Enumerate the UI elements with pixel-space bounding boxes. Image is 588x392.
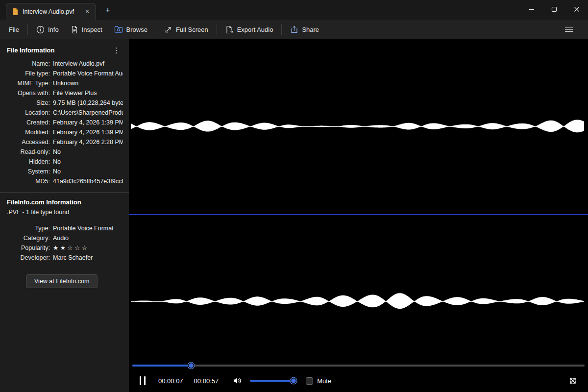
seek-slider[interactable] [132, 365, 585, 367]
info-row: Location:C:\Users\SharpenedProducti... [7, 108, 123, 118]
info-label: Created: [7, 118, 50, 127]
title-bar: Interview Audio.pvf ✕ + [0, 0, 588, 20]
info-row: Opens with:File Viewer Plus [7, 88, 123, 98]
info-label: Read-only: [7, 147, 50, 157]
info-value: 9.75 MB (10,228,264 bytes) [53, 98, 123, 108]
info-value: File Viewer Plus [53, 88, 123, 98]
mute-checkbox[interactable] [306, 377, 313, 385]
info-row: Accessed:February 4, 2026 2:28 PM [7, 137, 123, 147]
share-button[interactable]: Share [284, 22, 325, 37]
info-row: Size:9.75 MB (10,228,264 bytes) [7, 98, 123, 108]
info-row: Popularity:★ ★ ☆ ☆ ☆ [7, 243, 123, 253]
info-button[interactable]: Info [30, 22, 65, 37]
info-value: Portable Voice Format [53, 223, 123, 233]
sidebar-divider [0, 192, 129, 193]
pause-icon [140, 376, 141, 385]
info-label: Category: [7, 233, 50, 243]
info-row: Developer:Marc Schaefer [7, 253, 123, 263]
share-label: Share [302, 26, 319, 33]
volume-slider[interactable] [250, 380, 297, 382]
toolbar-separator [27, 24, 28, 35]
more-options-icon[interactable]: ⋮ [110, 46, 123, 55]
info-label: Hidden: [7, 157, 50, 167]
hamburger-icon [564, 26, 573, 33]
info-row: MIME Type:Unknown [7, 78, 123, 88]
file-menu-label: File [9, 26, 19, 33]
current-time: 00:00:07 [158, 377, 183, 385]
audio-viewer: 00:00:07 00:00:57 Mute [129, 39, 588, 392]
info-value: ★ ★ ☆ ☆ ☆ [53, 243, 123, 253]
view-at-fileinfo-button[interactable]: View at FileInfo.com [26, 274, 98, 288]
maximize-button[interactable] [543, 0, 565, 19]
info-value: February 4, 2026 1:39 PM [53, 118, 123, 127]
info-icon [36, 25, 45, 34]
info-label: System: [7, 167, 50, 176]
info-label: File type: [7, 69, 50, 78]
volume-thumb[interactable] [291, 378, 297, 384]
info-label: Developer: [7, 253, 50, 263]
info-row: Created:February 4, 2026 1:39 PM [7, 118, 123, 127]
export-audio-label: Export Audio [237, 26, 273, 33]
browse-folder-icon [114, 25, 123, 33]
file-information-title: File Information [7, 47, 55, 54]
full-screen-button[interactable]: Full Screen [159, 22, 214, 37]
info-value: C:\Users\SharpenedProducti... [53, 108, 123, 118]
inspect-button[interactable]: Inspect [65, 22, 108, 37]
seek-bar-row [129, 362, 588, 369]
info-value: No [53, 167, 123, 176]
tab-close-icon[interactable]: ✕ [83, 7, 92, 16]
info-label: Location: [7, 108, 50, 118]
new-tab-button[interactable]: + [102, 4, 114, 16]
tab-interview-audio[interactable]: Interview Audio.pvf ✕ [6, 3, 96, 20]
info-label: Name: [7, 59, 50, 69]
info-label: Modified: [7, 127, 50, 137]
info-value: No [53, 157, 123, 167]
info-row: MD5:41a9d3c265ffb457e3f9cc81c9... [7, 176, 123, 186]
menu-button[interactable] [559, 22, 579, 37]
info-label: Accessed: [7, 137, 50, 147]
export-audio-button[interactable]: Export Audio [220, 22, 279, 37]
file-menu-button[interactable]: File [3, 22, 25, 37]
pause-button[interactable] [138, 374, 147, 387]
volume-button[interactable] [231, 375, 243, 386]
share-icon [290, 25, 298, 34]
full-screen-icon [165, 25, 172, 33]
minimize-button[interactable] [520, 0, 543, 19]
file-type-found-text: .PVF - 1 file type found [7, 209, 123, 216]
info-value: Interview Audio.pvf [53, 59, 123, 69]
info-value: February 4, 2026 2:28 PM [53, 137, 123, 147]
info-row: Read-only:No [7, 147, 123, 157]
info-value: Audio [53, 233, 123, 243]
window-controls [520, 0, 588, 19]
browse-button[interactable]: Browse [108, 22, 153, 37]
info-row: System:No [7, 167, 123, 176]
app-window: Interview Audio.pvf ✕ + File [0, 0, 588, 392]
fileinfo-com-title: FileInfo.com Information [7, 198, 123, 206]
total-time: 00:00:57 [194, 377, 219, 385]
minimize-icon [528, 6, 535, 13]
info-value: Portable Voice Format Audio ... [53, 69, 123, 78]
fullscreen-button[interactable] [566, 374, 579, 387]
info-label: Size: [7, 98, 50, 108]
full-screen-label: Full Screen [176, 26, 208, 33]
info-row: Modified:February 4, 2026 1:39 PM [7, 127, 123, 137]
playback-controls: 00:00:07 00:00:57 Mute [129, 369, 588, 392]
seek-thumb[interactable] [188, 363, 194, 369]
toolbar-separator [156, 24, 156, 35]
toolbar-separator [217, 24, 217, 35]
waveform-display [129, 39, 588, 362]
mute-label: Mute [317, 377, 331, 385]
info-value: February 4, 2026 1:39 PM [53, 127, 123, 137]
info-label: Info [48, 26, 59, 33]
info-row: File type:Portable Voice Format Audio ..… [7, 69, 123, 78]
toolbar-separator [281, 24, 282, 35]
info-label: MIME Type: [7, 78, 50, 88]
info-label: MD5: [7, 176, 50, 186]
info-label: Type: [7, 223, 50, 233]
inspect-label: Inspect [82, 26, 102, 33]
toolbar: File Info Inspect [0, 20, 588, 39]
info-label: Popularity: [7, 243, 50, 253]
close-button[interactable] [565, 0, 588, 19]
expand-icon [567, 375, 578, 386]
maximize-icon [551, 6, 558, 13]
